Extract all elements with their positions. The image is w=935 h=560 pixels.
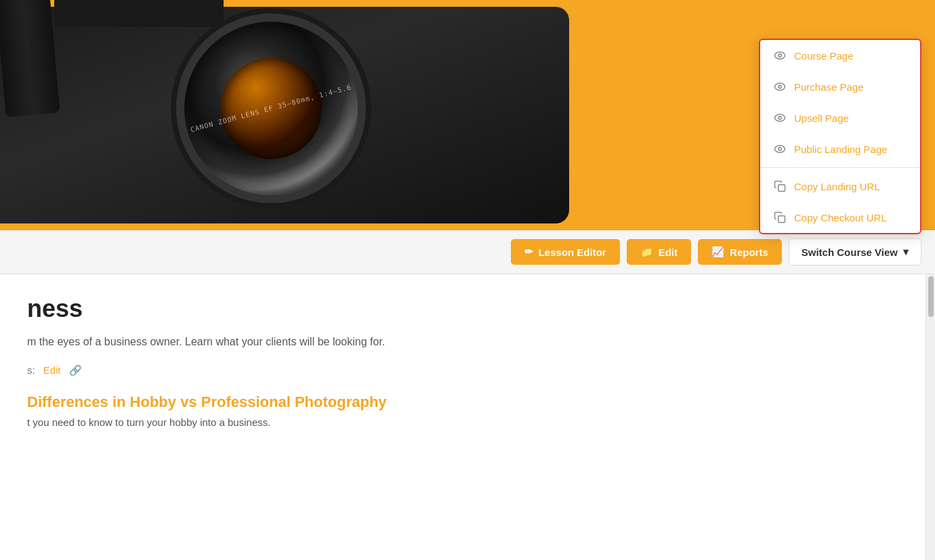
eye-icon	[774, 112, 786, 124]
public-landing-page-label: Public Landing Page	[794, 144, 888, 155]
edit-button[interactable]: 📁 Edit	[627, 239, 691, 265]
folder-icon: 📁	[640, 246, 653, 258]
course-meta-edit-link[interactable]: Edit	[43, 364, 61, 376]
chart-icon: 📈	[711, 246, 724, 258]
section-description: t you need to know to turn your hobby in…	[27, 416, 898, 428]
section-title: Differences in Hobby vs Professional Pho…	[27, 393, 898, 411]
camera-lens: CANON ZOOM LENS EF 35–80mm, 1:4–5.6	[176, 14, 366, 203]
chevron-down-icon: ▾	[903, 246, 909, 258]
svg-point-5	[778, 116, 782, 120]
svg-point-0	[775, 52, 785, 60]
lesson-editor-button[interactable]: ✏ Lesson Editor	[511, 239, 620, 265]
svg-rect-8	[778, 185, 785, 192]
svg-rect-9	[778, 216, 785, 223]
reports-label: Reports	[730, 246, 768, 258]
dropdown-item-purchase-page[interactable]: Purchase Page	[760, 71, 920, 102]
eye-icon	[774, 49, 786, 62]
pencil-icon: ✏	[524, 246, 533, 258]
course-meta: s: Edit 🔗	[27, 364, 898, 376]
content-area: ness m the eyes of a business owner. Lea…	[0, 274, 935, 560]
upsell-page-label: Upsell Page	[794, 112, 849, 124]
switch-course-view-label: Switch Course View	[802, 246, 898, 258]
eye-icon	[774, 81, 786, 93]
camera-lens-inner: CANON ZOOM LENS EF 35–80mm, 1:4–5.6	[220, 58, 322, 159]
copy-landing-url-label: Copy Landing URL	[794, 181, 880, 192]
edit-label: Edit	[659, 246, 678, 258]
copy-icon	[774, 211, 786, 223]
copy-icon	[774, 180, 786, 192]
dropdown-item-public-landing-page[interactable]: Public Landing Page	[760, 133, 920, 165]
purchase-page-label: Purchase Page	[794, 81, 864, 93]
camera-strap	[0, 0, 60, 117]
svg-point-4	[775, 114, 785, 122]
camera-lens-text: CANON ZOOM LENS EF 35–80mm, 1:4–5.6	[190, 83, 352, 133]
main-content: ness m the eyes of a business owner. Lea…	[0, 274, 926, 560]
eye-icon	[774, 143, 786, 155]
course-title: ness	[27, 295, 898, 323]
scrollbar-thumb[interactable]	[928, 276, 934, 317]
dropdown-item-copy-checkout-url[interactable]: Copy Checkout URL	[760, 202, 920, 233]
switch-course-view-button[interactable]: Switch Course View ▾	[789, 238, 921, 265]
dropdown-item-upsell-page[interactable]: Upsell Page	[760, 102, 920, 133]
dropdown-divider	[760, 167, 920, 168]
lesson-editor-label: Lesson Editor	[539, 246, 606, 258]
dropdown-item-course-page[interactable]: Course Page	[760, 40, 920, 71]
scrollbar[interactable]	[926, 274, 935, 560]
course-description: m the eyes of a business owner. Learn wh…	[27, 333, 898, 351]
reports-button[interactable]: 📈 Reports	[698, 239, 782, 265]
svg-point-6	[775, 146, 785, 153]
course-meta-label: s:	[27, 364, 35, 376]
dropdown-item-copy-landing-url[interactable]: Copy Landing URL	[760, 171, 920, 202]
switch-course-view-dropdown: Course Page Purchase Page Upsell Page Pu…	[759, 39, 921, 234]
svg-point-2	[775, 83, 785, 91]
svg-point-7	[778, 148, 782, 151]
copy-checkout-url-label: Copy Checkout URL	[794, 212, 887, 223]
camera-top	[54, 0, 224, 27]
svg-point-1	[778, 54, 782, 58]
toolbar: ✏ Lesson Editor 📁 Edit 📈 Reports Switch …	[0, 230, 935, 274]
course-meta-link-icon[interactable]: 🔗	[69, 364, 82, 376]
svg-point-3	[778, 85, 782, 89]
course-page-label: Course Page	[794, 50, 854, 62]
